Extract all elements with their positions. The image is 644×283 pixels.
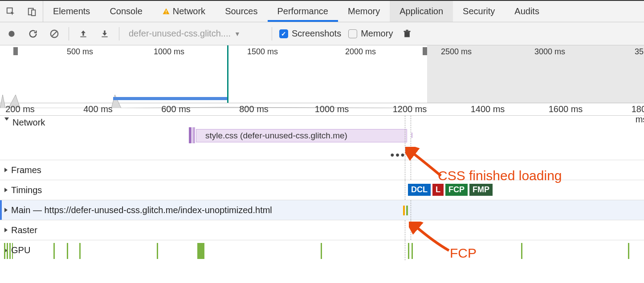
svg-rect-3 [166, 10, 167, 12]
gpu-activity [79, 243, 81, 259]
upload-button[interactable] [76, 27, 90, 41]
checkbox-label: Memory [361, 28, 393, 39]
tab-application[interactable]: Application [390, 1, 453, 22]
badge-load[interactable]: L [432, 184, 444, 196]
svg-rect-10 [405, 32, 410, 37]
timing-badges: DCL L FCP FMP [408, 184, 493, 196]
toolbar-separator [272, 27, 272, 40]
tab-label: Memory [348, 6, 380, 16]
overview-network-bar [113, 97, 228, 100]
raster-track[interactable]: Raster [0, 220, 644, 240]
ruler-tick: 200 ms [5, 104, 35, 114]
tab-audits[interactable]: Audits [505, 1, 549, 22]
request-queue-marker [192, 127, 195, 143]
main-event-mark [403, 206, 405, 215]
track-label: Main — https://defer-unused-css.glitch.m… [11, 205, 272, 215]
gpu-activity [628, 243, 629, 259]
gpu-activity [53, 243, 55, 259]
badge-fmp[interactable]: FMP [469, 184, 493, 196]
overview-fcp-marker [227, 45, 228, 103]
ruler-tick: 800 ms [239, 104, 269, 114]
tab-console[interactable]: Console [100, 1, 152, 22]
ruler-tick: 400 ms [83, 104, 113, 114]
memory-checkbox[interactable]: Memory [348, 28, 393, 39]
request-label: style.css (defer-unused-css.glitch.me) [205, 131, 347, 141]
tab-label: Application [399, 6, 443, 16]
warning-icon [162, 8, 170, 16]
record-button[interactable] [4, 27, 19, 41]
timings-track[interactable]: Timings DCL L FCP FMP [0, 180, 644, 200]
ruler-tick: 1000 ms [315, 104, 349, 114]
tab-elements[interactable]: Elements [43, 1, 100, 22]
gpu-activity [157, 243, 158, 259]
tab-security[interactable]: Security [453, 1, 505, 22]
tab-performance[interactable]: Performance [268, 1, 338, 22]
expand-icon [4, 117, 9, 121]
gpu-activity [197, 243, 204, 259]
tab-label: Sources [225, 6, 257, 16]
detail-ruler[interactable]: 200 ms 400 ms 600 ms 800 ms 1000 ms 1200… [0, 103, 644, 116]
overview-tick: 35 [635, 47, 644, 57]
tab-network[interactable]: Network [152, 1, 215, 22]
gpu-track[interactable]: GPU [0, 240, 644, 260]
checkbox-label: Screenshots [292, 28, 341, 39]
badge-fcp[interactable]: FCP [445, 184, 468, 196]
request-end-tick [412, 133, 412, 138]
more-icon[interactable]: ●●● [390, 151, 406, 159]
recording-dropdown[interactable]: defer-unused-css.glitch.... ▼ [126, 27, 265, 40]
tab-memory[interactable]: Memory [338, 1, 390, 22]
overview-tick: 3000 ms [534, 47, 565, 57]
overview-tick: 2500 ms [441, 47, 472, 57]
gpu-activity [412, 243, 413, 259]
expand-icon [4, 228, 8, 232]
tab-label: Security [463, 6, 495, 16]
ruler-tick: 600 ms [161, 104, 191, 114]
network-request-bar[interactable]: style.css (defer-unused-css.glitch.me) [196, 129, 407, 142]
gpu-activity [521, 243, 522, 259]
expand-icon [4, 168, 8, 172]
overview-tick: 2000 ms [345, 47, 376, 57]
tab-sources[interactable]: Sources [215, 1, 267, 22]
inspect-icon[interactable] [0, 1, 21, 22]
ruler-tick: 1200 ms [393, 104, 427, 114]
svg-rect-2 [32, 10, 35, 16]
svg-point-5 [8, 31, 14, 36]
overview-handle-right[interactable] [423, 47, 427, 55]
clear-button[interactable] [47, 27, 61, 41]
svg-rect-8 [80, 36, 86, 37]
overview-ruler[interactable]: 500 ms 1000 ms 1500 ms 2000 ms 2500 ms 3… [0, 45, 644, 103]
svg-line-7 [52, 31, 57, 36]
tab-label: Console [110, 6, 142, 16]
overview-tick: 1500 ms [247, 47, 278, 57]
toolbar-separator [69, 27, 69, 40]
svg-rect-9 [102, 36, 107, 37]
expand-icon [4, 208, 8, 212]
overview-tick: 500 ms [67, 47, 93, 57]
checkbox-checked-icon: ✓ [279, 29, 288, 38]
track-label: Network [12, 117, 45, 128]
svg-rect-11 [404, 31, 411, 32]
overview-tick: 1000 ms [154, 47, 184, 57]
overview-handle-left[interactable] [13, 47, 18, 55]
gpu-activity [67, 243, 68, 259]
track-label: Timings [11, 185, 42, 195]
screenshots-checkbox[interactable]: ✓ Screenshots [279, 28, 341, 39]
device-toggle-icon[interactable] [21, 1, 43, 22]
network-track[interactable]: Network style.css (defer-unused-css.glit… [0, 116, 644, 160]
devtools-tabs: Elements Console Network Sources Perform… [0, 1, 644, 22]
frames-track[interactable]: Frames [0, 160, 644, 180]
delete-button[interactable] [400, 27, 414, 41]
reload-button[interactable] [26, 27, 40, 41]
track-label: GPU [11, 245, 30, 255]
performance-tracks: Network style.css (defer-unused-css.glit… [0, 116, 644, 260]
toolbar-separator [119, 27, 119, 40]
download-button[interactable] [98, 27, 112, 41]
badge-dcl[interactable]: DCL [408, 184, 431, 196]
checkbox-unchecked-icon [348, 29, 357, 38]
performance-toolbar: defer-unused-css.glitch.... ▼ ✓ Screensh… [0, 22, 644, 45]
svg-rect-4 [166, 13, 167, 14]
gpu-activity [321, 243, 322, 259]
request-queue-marker [189, 127, 192, 143]
main-track[interactable]: Main — https://defer-unused-css.glitch.m… [0, 200, 644, 220]
tab-label: Elements [53, 6, 90, 16]
